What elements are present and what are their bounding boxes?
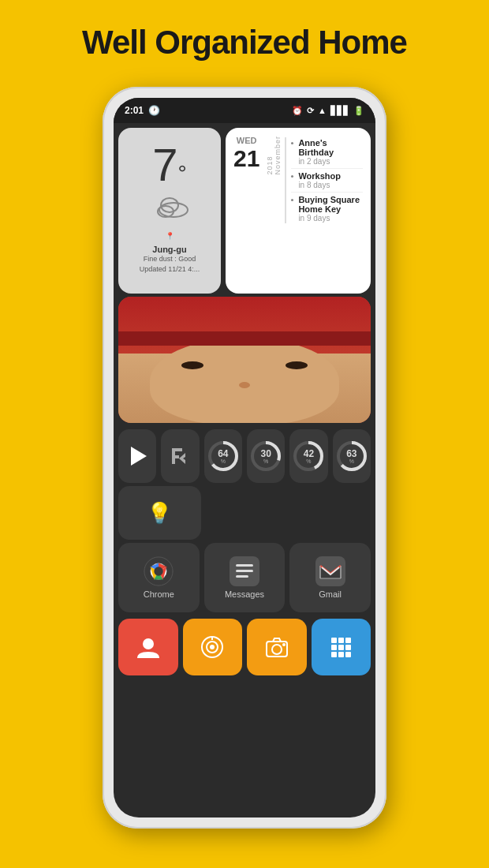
storage-63[interactable]: 63 % bbox=[333, 429, 371, 483]
svg-rect-22 bbox=[236, 570, 253, 572]
phone-mockup: 2:01 🕐 ⏰ ⟳ ▲ ▋▋▋ 🔋 bbox=[103, 87, 386, 860]
storage-42[interactable]: 42 % bbox=[289, 429, 327, 483]
storage-64[interactable]: 64 % bbox=[204, 429, 242, 483]
cal-weekday: WED bbox=[237, 136, 257, 145]
svg-rect-37 bbox=[345, 638, 351, 643]
event-time-2: in 8 days bbox=[298, 181, 363, 189]
phone-shell: 2:01 🕐 ⏰ ⟳ ▲ ▋▋▋ 🔋 bbox=[103, 87, 386, 829]
gmail-app[interactable]: Gmail bbox=[289, 543, 371, 612]
camera360-app[interactable] bbox=[183, 619, 243, 675]
alarm-icon: 🕐 bbox=[148, 105, 160, 116]
bottom-row bbox=[114, 619, 375, 675]
page-background: Well Organized Home 2:01 🕐 ⏰ ⟳ ▲ ▋▋▋ 🔋 bbox=[0, 0, 489, 868]
icon-storage-row: 64 % 30 % 42 % 63 % bbox=[114, 426, 375, 483]
messages-app[interactable]: Messages bbox=[204, 543, 286, 612]
cal-event-1: Anne's Birthday in 2 days bbox=[291, 136, 363, 169]
phone-screen: 2:01 🕐 ⏰ ⟳ ▲ ▋▋▋ 🔋 bbox=[114, 98, 375, 817]
contacts-app[interactable] bbox=[118, 619, 178, 675]
svg-marker-7 bbox=[179, 458, 185, 464]
gmail-label: Gmail bbox=[319, 589, 342, 599]
status-bar: 2:01 🕐 ⏰ ⟳ ▲ ▋▋▋ 🔋 bbox=[114, 98, 375, 123]
chrome-label: Chrome bbox=[144, 589, 174, 599]
svg-marker-6 bbox=[179, 453, 185, 458]
contacts-icon bbox=[136, 634, 161, 660]
event-time-3: in 9 days bbox=[298, 214, 363, 223]
chrome-icon bbox=[144, 556, 174, 586]
svg-rect-23 bbox=[236, 575, 248, 578]
wifi-icon: ▲ bbox=[318, 106, 327, 115]
svg-rect-40 bbox=[345, 645, 351, 650]
empty-space bbox=[206, 486, 371, 540]
svg-point-31 bbox=[210, 645, 215, 649]
messages-icon bbox=[230, 556, 259, 586]
weather-dust: Fine dust : Good bbox=[144, 254, 196, 264]
event-time-1: in 2 days bbox=[298, 157, 363, 166]
camera-icon bbox=[265, 636, 289, 658]
grid-app[interactable] bbox=[312, 619, 371, 675]
page-title: Well Organized Home bbox=[0, 0, 489, 77]
messages-label: Messages bbox=[225, 589, 264, 599]
cal-date: 21 bbox=[233, 145, 259, 171]
event-title-1: Anne's Birthday bbox=[298, 138, 363, 157]
cal-year-month: 2018November bbox=[266, 136, 282, 175]
play-store-icon bbox=[131, 447, 147, 466]
svg-rect-36 bbox=[338, 638, 344, 643]
weather-widget[interactable]: 7° 📍 Jung-gu Fi bbox=[118, 128, 221, 294]
event-title-3: Buying Square Home Key bbox=[298, 195, 363, 214]
svg-rect-39 bbox=[338, 645, 344, 650]
weather-updated: Updated 11/21 4:... bbox=[140, 264, 200, 275]
camera360-icon bbox=[200, 635, 224, 659]
chrome-app[interactable]: Chrome bbox=[118, 543, 200, 612]
svg-point-33 bbox=[272, 645, 282, 654]
main-apps-row: Chrome Messages bbox=[114, 543, 375, 615]
child-photo bbox=[118, 297, 371, 423]
grid-icon bbox=[330, 636, 352, 658]
event-dot-3 bbox=[291, 199, 293, 201]
bulb-row: 💡 bbox=[114, 483, 375, 540]
svg-rect-41 bbox=[331, 652, 337, 657]
svg-rect-35 bbox=[331, 638, 337, 643]
svg-point-28 bbox=[143, 638, 154, 649]
fk-app[interactable] bbox=[161, 429, 199, 483]
camera-app[interactable] bbox=[247, 619, 307, 675]
cal-divider bbox=[285, 137, 286, 223]
svg-rect-43 bbox=[345, 652, 351, 657]
time-display: 2:01 bbox=[125, 105, 144, 116]
weather-location: Jung-gu bbox=[152, 245, 186, 254]
cal-event-2: Workshop in 8 days bbox=[291, 169, 363, 193]
svg-rect-4 bbox=[172, 448, 182, 451]
svg-rect-42 bbox=[338, 652, 344, 657]
alarm2-icon: ⏰ bbox=[292, 106, 303, 116]
sync-icon: ⟳ bbox=[307, 106, 314, 116]
status-icons: ⏰ ⟳ ▲ ▋▋▋ 🔋 bbox=[292, 106, 364, 116]
play-store-app[interactable] bbox=[118, 429, 156, 483]
svg-point-34 bbox=[282, 643, 286, 646]
gmail-icon bbox=[315, 556, 345, 586]
svg-rect-38 bbox=[331, 645, 337, 650]
event-dot-2 bbox=[291, 175, 293, 178]
calendar-widget[interactable]: WED 21 2018November Anne's Birthday bbox=[226, 128, 371, 294]
event-title-2: Workshop bbox=[298, 171, 363, 181]
photo-widget bbox=[118, 297, 371, 423]
cal-events: Anne's Birthday in 2 days Workshop in 8 … bbox=[291, 136, 363, 225]
bulb-icon: 💡 bbox=[147, 501, 172, 526]
cal-event-3: Buying Square Home Key in 9 days bbox=[291, 193, 363, 225]
storage-30[interactable]: 30 % bbox=[247, 429, 285, 483]
signal-icon: ▋▋▋ bbox=[330, 106, 349, 116]
svg-point-18 bbox=[155, 567, 163, 575]
event-dot bbox=[291, 142, 293, 144]
fk-icon bbox=[170, 446, 190, 466]
battery-icon: 🔋 bbox=[353, 106, 364, 116]
location-pin-icon: 📍 bbox=[166, 232, 174, 240]
top-widgets-row: 7° 📍 Jung-gu Fi bbox=[114, 123, 375, 297]
weather-temp: 7° bbox=[152, 142, 186, 188]
weather-cloud-icon bbox=[150, 193, 189, 221]
svg-rect-5 bbox=[172, 455, 179, 458]
bulb-app[interactable]: 💡 bbox=[118, 486, 201, 540]
svg-rect-21 bbox=[236, 564, 253, 567]
